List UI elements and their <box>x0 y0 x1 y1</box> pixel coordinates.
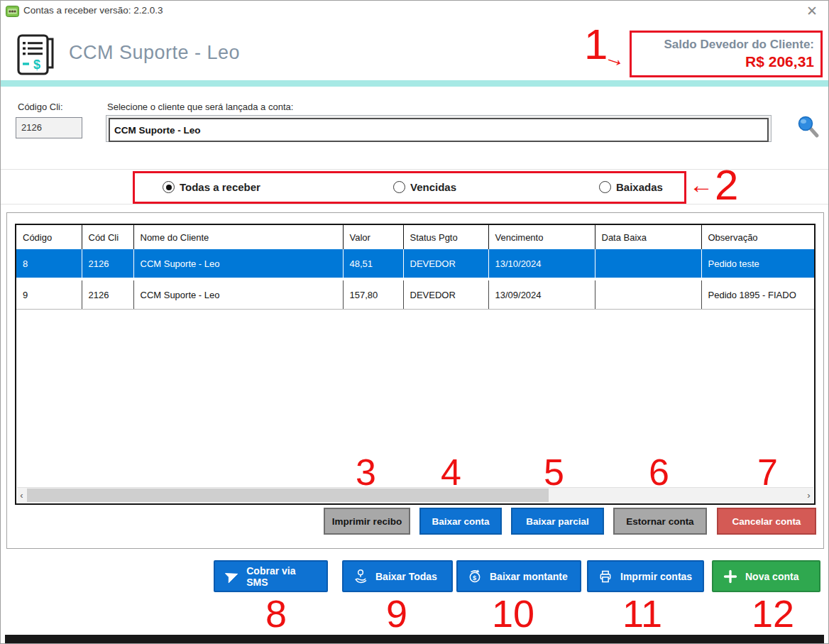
coin-arrow-icon: $ <box>467 569 483 584</box>
table-cell: Pedido 1895 - FIADO <box>701 279 814 310</box>
annotation-7: 7 <box>757 454 778 491</box>
invoice-icon: $ <box>15 32 57 77</box>
bottom-black-bar <box>5 635 824 644</box>
table-cell <box>595 249 701 279</box>
printer-icon <box>598 569 613 584</box>
saldo-box: Saldo Devedor do Cliente: R$ 206,31 <box>630 31 823 77</box>
scroll-left-icon[interactable]: ‹ <box>17 488 26 503</box>
button-label: Nova conta <box>745 571 798 582</box>
annotation-3: 3 <box>356 454 376 491</box>
radio-unselected-icon <box>393 181 405 193</box>
close-icon[interactable]: ✕ <box>806 3 818 19</box>
table-cell: CCM Suporte - Leo <box>133 279 343 310</box>
imprmir-contas-button[interactable]: Imprmir contas <box>587 560 704 592</box>
table-cell: 13/09/2024 <box>488 279 595 310</box>
table-cell: 8 <box>16 249 82 279</box>
paper-plane-icon <box>224 569 239 584</box>
table-cell: Pedido teste <box>701 249 814 279</box>
annotation-2: 2 <box>715 164 738 207</box>
button-label: Baixar Todas <box>375 571 437 582</box>
cliente-label: Selecione o cliente que será lançada a c… <box>107 102 293 112</box>
codigo-input[interactable]: 2126 <box>16 117 82 138</box>
column-header[interactable]: Observação <box>701 225 814 249</box>
scroll-right-icon[interactable]: › <box>804 488 813 503</box>
saldo-value: R$ 206,31 <box>745 53 814 70</box>
table-cell: DEVEDOR <box>403 279 488 310</box>
annotation-9: 9 <box>386 594 407 633</box>
app-window: Contas a receber versão: 2.2.0.3 ✕ $ CCM… <box>0 0 829 644</box>
teal-divider <box>1 80 828 87</box>
column-header[interactable]: Data Baixa <box>595 225 701 249</box>
radio-unselected-icon <box>599 181 611 193</box>
table-cell: 2126 <box>82 279 133 310</box>
saldo-label: Saldo Devedor do Cliente: <box>664 38 814 52</box>
annotation-6: 6 <box>649 454 669 491</box>
table-cell: 2126 <box>82 249 133 279</box>
svg-text:$: $ <box>33 58 40 72</box>
annotation-5: 5 <box>544 454 564 491</box>
scroll-thumb[interactable] <box>27 489 549 502</box>
nova-conta-button[interactable]: Nova conta <box>712 560 820 592</box>
button-label: Baixar montante <box>490 571 568 582</box>
page-title: CCM Suporte - Leo <box>69 42 240 64</box>
estornar-conta-button[interactable]: Estornar conta <box>613 508 707 535</box>
radio-vencidas[interactable]: Vencidas <box>393 181 456 193</box>
h-scrollbar[interactable]: ‹ › <box>17 487 813 503</box>
baixar-montante-button[interactable]: $ Baixar montante <box>456 560 581 592</box>
radio-todas-a-receber[interactable]: Todas a receber <box>163 181 260 193</box>
annotation-4: 4 <box>441 454 461 491</box>
button-label: Cobrar via SMS <box>246 565 317 588</box>
app-icon <box>6 6 19 17</box>
table-cell: 157,80 <box>343 279 403 310</box>
annotation-8: 8 <box>265 594 287 633</box>
column-header[interactable]: Status Pgto <box>403 225 488 249</box>
table-cell: CCM Suporte - Leo <box>133 249 343 279</box>
table-cell: 9 <box>16 279 82 310</box>
accounts-grid[interactable]: Código Cód Cli Nome do Cliente Valor Sta… <box>15 224 816 505</box>
filter-divider-top <box>1 169 828 170</box>
column-header[interactable]: Nome do Cliente <box>133 225 343 249</box>
table-cell <box>595 279 701 310</box>
cobrar-sms-button[interactable]: Cobrar via SMS <box>214 560 328 592</box>
radio-label: Todas a receber <box>180 181 260 193</box>
annotation-10: 10 <box>492 594 534 633</box>
column-header[interactable]: Vencimento <box>488 225 595 249</box>
table-cell: 13/10/2024 <box>488 249 595 279</box>
baixar-todas-button[interactable]: Baixar Todas <box>342 560 453 592</box>
annotation-12: 12 <box>752 594 794 633</box>
table-cell: DEVEDOR <box>403 249 488 279</box>
radio-label: Vencidas <box>410 181 456 193</box>
radio-baixadas[interactable]: Baixadas <box>599 181 663 193</box>
cliente-combobox-value: CCM Suporte - Leo <box>109 118 769 142</box>
svg-text:$: $ <box>473 574 476 582</box>
hand-pin-icon <box>353 569 368 584</box>
cancelar-conta-button[interactable]: Cancelar conta <box>717 508 816 535</box>
table-row-selected[interactable]: 8 2126 CCM Suporte - Leo 48,51 DEVEDOR 1… <box>16 249 814 279</box>
titlebar: Contas a receber versão: 2.2.0.3 ✕ <box>1 1 828 22</box>
cliente-combobox[interactable]: CCM Suporte - Leo <box>106 115 772 142</box>
search-icon[interactable] <box>796 115 820 141</box>
annotation-11: 11 <box>622 594 662 633</box>
filter-divider-bottom <box>1 204 828 204</box>
table-cell: 48,51 <box>343 249 403 279</box>
column-header[interactable]: Cód Cli <box>82 225 133 249</box>
column-header[interactable]: Código <box>16 225 82 249</box>
button-label: Imprmir contas <box>620 571 692 582</box>
plus-icon <box>723 569 738 584</box>
codigo-label: Código Cli: <box>18 102 63 112</box>
column-header[interactable]: Valor <box>343 225 403 249</box>
accounts-table: Código Cód Cli Nome do Cliente Valor Sta… <box>16 225 815 310</box>
radio-selected-icon <box>163 181 175 193</box>
window-title: Contas a receber versão: 2.2.0.3 <box>23 5 163 16</box>
imprimir-recibo-button[interactable]: Imprimir recibo <box>324 508 410 535</box>
header-row: Código Cód Cli Nome do Cliente Valor Sta… <box>16 225 814 249</box>
table-row[interactable]: 9 2126 CCM Suporte - Leo 157,80 DEVEDOR … <box>16 279 814 310</box>
arrow-to-filters-icon: ← <box>689 173 713 197</box>
radio-label: Baixadas <box>616 181 663 193</box>
baixar-parcial-button[interactable]: Baixar parcial <box>511 508 604 535</box>
baixar-conta-button[interactable]: Baixar conta <box>419 508 502 535</box>
